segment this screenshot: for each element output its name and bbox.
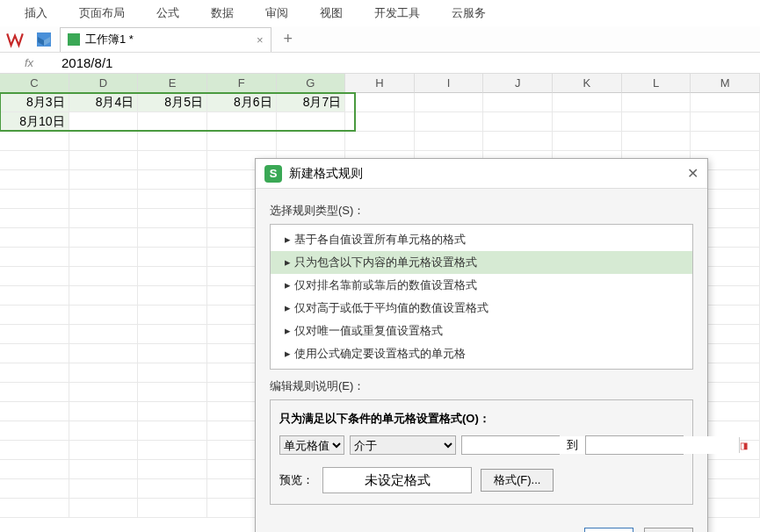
- col-E[interactable]: E: [138, 74, 207, 93]
- cell[interactable]: [0, 267, 69, 286]
- rule-type-item[interactable]: ▸ 基于各自值设置所有单元格的格式: [271, 228, 692, 251]
- menu-formula[interactable]: 公式: [156, 5, 179, 21]
- cell[interactable]: [483, 93, 553, 112]
- cube-icon[interactable]: [37, 32, 51, 47]
- col-K[interactable]: K: [553, 74, 622, 93]
- cell[interactable]: [0, 421, 69, 441]
- ok-button[interactable]: 确定: [584, 528, 633, 532]
- cell[interactable]: [553, 93, 622, 112]
- condition-value2[interactable]: ◨: [585, 435, 684, 455]
- close-icon[interactable]: ×: [257, 33, 264, 47]
- menu-data[interactable]: 数据: [211, 5, 234, 21]
- cell[interactable]: [277, 132, 346, 151]
- cell[interactable]: [69, 190, 139, 209]
- dialog-titlebar[interactable]: S 新建格式规则 ✕: [256, 159, 707, 189]
- cell[interactable]: [69, 132, 139, 151]
- condition-target-select[interactable]: 单元格值: [279, 435, 344, 455]
- cell[interactable]: [138, 499, 207, 518]
- cell[interactable]: [0, 286, 69, 306]
- cell[interactable]: [691, 132, 760, 151]
- cell[interactable]: [691, 112, 760, 132]
- cell[interactable]: [138, 190, 207, 209]
- cell[interactable]: [69, 267, 139, 286]
- cell[interactable]: [69, 421, 139, 441]
- cell[interactable]: [138, 402, 207, 421]
- cell[interactable]: [69, 306, 139, 325]
- cell[interactable]: [0, 132, 69, 151]
- cell[interactable]: [138, 325, 207, 344]
- cell[interactable]: [69, 209, 139, 228]
- rule-type-item[interactable]: ▸ 仅对排名靠前或靠后的数值设置格式: [271, 274, 692, 297]
- cell[interactable]: [0, 190, 69, 209]
- close-dialog-icon[interactable]: ✕: [687, 165, 698, 182]
- cell[interactable]: 8月6日: [207, 93, 277, 112]
- cell[interactable]: [622, 132, 691, 151]
- cell[interactable]: 8月5日: [138, 93, 207, 112]
- cell[interactable]: [0, 170, 69, 190]
- cell[interactable]: [138, 383, 207, 402]
- cell[interactable]: [553, 112, 622, 132]
- cell[interactable]: [207, 132, 277, 151]
- cell[interactable]: 8月10日: [0, 112, 69, 132]
- cell[interactable]: [138, 421, 207, 441]
- cell[interactable]: [0, 325, 69, 344]
- cell[interactable]: [69, 325, 139, 344]
- col-C[interactable]: C: [0, 74, 69, 93]
- menu-review[interactable]: 审阅: [265, 5, 288, 21]
- cell[interactable]: [0, 228, 69, 248]
- cell[interactable]: [69, 286, 139, 306]
- cell[interactable]: [277, 112, 346, 132]
- condition-value1[interactable]: ◨: [461, 435, 560, 455]
- cell[interactable]: [207, 112, 277, 132]
- cell[interactable]: [0, 209, 69, 228]
- col-J[interactable]: J: [483, 74, 553, 93]
- col-H[interactable]: H: [345, 74, 415, 93]
- cell[interactable]: [69, 499, 139, 518]
- cell[interactable]: [69, 402, 139, 421]
- cell[interactable]: [69, 344, 139, 363]
- cell[interactable]: [138, 363, 207, 383]
- cell[interactable]: [415, 132, 484, 151]
- col-F[interactable]: F: [207, 74, 277, 93]
- cell[interactable]: [0, 151, 69, 170]
- cell[interactable]: 8月7日: [277, 93, 346, 112]
- cell[interactable]: [483, 112, 553, 132]
- menu-view[interactable]: 视图: [320, 5, 343, 21]
- cell[interactable]: [69, 170, 139, 190]
- menu-cloud[interactable]: 云服务: [452, 5, 486, 21]
- cell[interactable]: [622, 112, 691, 132]
- cell[interactable]: [483, 132, 553, 151]
- cell[interactable]: [345, 132, 415, 151]
- cell[interactable]: [0, 441, 69, 460]
- cell[interactable]: [69, 363, 139, 383]
- cell[interactable]: [69, 248, 139, 267]
- cell[interactable]: [138, 132, 207, 151]
- cell[interactable]: [138, 479, 207, 499]
- menu-insert[interactable]: 插入: [25, 5, 47, 21]
- cell[interactable]: [345, 93, 415, 112]
- cell[interactable]: [553, 132, 622, 151]
- value2-input[interactable]: [586, 436, 739, 454]
- formula-value[interactable]: 2018/8/1: [56, 55, 112, 70]
- cell[interactable]: [138, 209, 207, 228]
- cell[interactable]: [138, 112, 207, 132]
- cell[interactable]: [138, 344, 207, 363]
- workbook-tab[interactable]: 工作簿1 * ×: [60, 27, 271, 52]
- cell[interactable]: [138, 267, 207, 286]
- cell[interactable]: [138, 441, 207, 460]
- cell[interactable]: [0, 363, 69, 383]
- cell[interactable]: [69, 383, 139, 402]
- cell[interactable]: 8月3日: [0, 93, 69, 112]
- cell[interactable]: [345, 112, 415, 132]
- rule-type-item[interactable]: ▸ 只为包含以下内容的单元格设置格式: [271, 251, 692, 274]
- cell[interactable]: [0, 248, 69, 267]
- rule-type-item[interactable]: ▸ 仅对唯一值或重复值设置格式: [271, 320, 692, 342]
- cell[interactable]: [0, 499, 69, 518]
- format-button[interactable]: 格式(F)...: [481, 469, 554, 492]
- menu-pagelayout[interactable]: 页面布局: [79, 5, 125, 21]
- cell[interactable]: [0, 306, 69, 325]
- cell[interactable]: [138, 286, 207, 306]
- cell[interactable]: [138, 151, 207, 170]
- cell[interactable]: [138, 228, 207, 248]
- cell[interactable]: [138, 460, 207, 479]
